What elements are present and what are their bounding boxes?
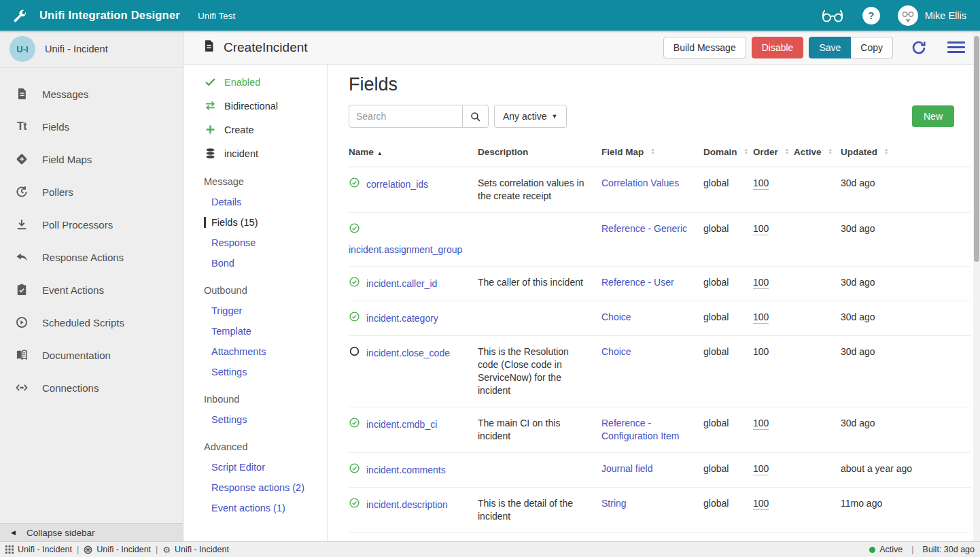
build-message-button[interactable]: Build Message xyxy=(663,37,746,58)
subnav-link[interactable]: Fields (15) xyxy=(204,217,327,228)
table-row: incident.comments Journal field global 1… xyxy=(349,453,970,488)
field-map-link[interactable]: Journal field xyxy=(601,463,653,474)
integration-header[interactable]: U-I Unifi - Incident xyxy=(0,31,183,68)
subnav-link[interactable]: Script Editor xyxy=(204,462,327,473)
connections-icon xyxy=(14,381,29,394)
subnav-link[interactable]: Trigger xyxy=(204,305,327,316)
wheel-icon xyxy=(84,545,92,554)
field-updated: 30d ago xyxy=(841,345,970,358)
sidebar-item-field-maps[interactable]: Field Maps xyxy=(0,143,183,175)
statusbar-tab-integration[interactable]: Unifi - Incident xyxy=(5,545,72,554)
status-table[interactable]: incident xyxy=(204,147,327,160)
field-order[interactable]: 100 xyxy=(753,311,769,324)
sidebar-item-messages[interactable]: Messages xyxy=(0,78,183,110)
scrollbar-track[interactable] xyxy=(973,31,980,541)
column-header[interactable]: Name xyxy=(349,147,478,157)
field-order[interactable]: 100 xyxy=(753,498,769,510)
inactive-circle-icon xyxy=(349,345,360,360)
active-filter-dropdown[interactable]: Any active ▼ xyxy=(494,105,567,128)
sidebar-item-response-actions[interactable]: Response Actions xyxy=(0,241,183,273)
sidebar-item-connections[interactable]: Connections xyxy=(0,371,183,404)
field-order[interactable]: 100 xyxy=(753,223,769,235)
sidebar-item-poll-processors[interactable]: Poll Processors xyxy=(0,208,183,241)
disable-button[interactable]: Disable xyxy=(752,37,804,58)
field-order[interactable]: 100 xyxy=(753,346,769,357)
subnav-link[interactable]: Template xyxy=(204,326,327,337)
status-enabled[interactable]: Enabled xyxy=(204,75,327,88)
status-bidirectional[interactable]: Bidirectional xyxy=(204,99,327,112)
field-order[interactable]: 100 xyxy=(753,178,769,190)
field-map-link[interactable]: Choice xyxy=(601,311,631,322)
field-domain: global xyxy=(703,276,753,289)
statusbar-tab-process[interactable]: Unifi - Incident xyxy=(84,545,151,554)
statusbar-tab-settings[interactable]: ⚙ Unifi - Incident xyxy=(162,545,229,554)
sidebar-item-label: Connections xyxy=(42,382,99,394)
column-header[interactable]: Active xyxy=(794,147,841,157)
pollers-icon xyxy=(14,185,29,199)
subnav-link[interactable]: Response actions (2) xyxy=(204,482,327,493)
user-menu[interactable]: Mike Ellis xyxy=(898,5,966,26)
sidebar-item-fields[interactable]: Tt Fields xyxy=(0,110,183,143)
help-icon[interactable]: ? xyxy=(862,7,880,24)
field-order[interactable]: 100 xyxy=(753,418,769,430)
gear-icon: ⚙ xyxy=(162,545,171,554)
column-header[interactable]: Field Map xyxy=(601,147,703,157)
glasses-icon[interactable] xyxy=(820,8,845,23)
refresh-icon[interactable] xyxy=(911,39,927,56)
column-header[interactable]: Updated xyxy=(841,147,970,157)
field-map-link[interactable]: Reference - Configuration Item xyxy=(601,418,679,441)
field-order[interactable]: 100 xyxy=(753,277,769,289)
table-row: incident.description This is the detail … xyxy=(349,488,970,533)
sidebar-item-pollers[interactable]: Pollers xyxy=(0,175,183,208)
sidebar-item-event-actions[interactable]: Event Actions xyxy=(0,273,183,306)
sidebar-item-documentation[interactable]: Documentation xyxy=(0,339,183,371)
save-button[interactable]: Save xyxy=(809,37,851,58)
app-title: Unifi Integration Designer xyxy=(39,9,180,22)
field-name-link[interactable]: incident.caller_id xyxy=(366,277,437,290)
new-button[interactable]: New xyxy=(912,105,954,127)
column-header-label: Field Map xyxy=(601,147,644,157)
subnav-link[interactable]: Attachments xyxy=(204,346,327,357)
field-map-link[interactable]: String xyxy=(601,498,627,509)
collapse-sidebar-button[interactable]: ◀ Collapse sidebar xyxy=(0,523,183,541)
sidebar-item-label: Scheduled Scripts xyxy=(42,317,124,328)
field-domain: global xyxy=(703,222,753,235)
column-header[interactable]: Description xyxy=(478,147,601,157)
field-name-link[interactable]: incident.assignment_group xyxy=(349,243,462,256)
environment-label[interactable]: Unifi Test xyxy=(198,11,235,21)
column-header[interactable]: Order xyxy=(753,147,794,157)
field-map-link[interactable]: Reference - User xyxy=(601,277,674,288)
subnav-link[interactable]: Bond xyxy=(204,258,327,269)
field-name-link[interactable]: correlation_ids xyxy=(366,178,428,191)
field-updated: 30d ago xyxy=(841,177,970,190)
search-button[interactable] xyxy=(463,105,489,128)
field-map-link[interactable]: Correlation Values xyxy=(601,178,679,188)
status-create[interactable]: Create xyxy=(204,123,327,136)
subnav-link[interactable]: Settings xyxy=(204,367,327,377)
subnav-link[interactable]: Response xyxy=(204,237,327,248)
sidebar-item-label: Field Maps xyxy=(42,154,92,165)
sort-icon xyxy=(650,147,654,157)
search-input[interactable] xyxy=(349,105,463,128)
event-actions-icon xyxy=(14,283,29,297)
field-name-link[interactable]: incident.description xyxy=(366,499,448,511)
column-header-label: Description xyxy=(478,147,528,157)
field-name-link[interactable]: incident.close_code xyxy=(366,347,450,360)
field-order[interactable]: 100 xyxy=(753,463,769,475)
field-name-link[interactable]: incident.cmdb_ci xyxy=(366,418,437,431)
subnav-link[interactable]: Details xyxy=(204,197,327,207)
scrollbar-thumb[interactable] xyxy=(974,36,979,262)
copy-button[interactable]: Copy xyxy=(851,37,893,58)
column-header[interactable]: Domain xyxy=(703,147,753,157)
field-map-link[interactable]: Choice xyxy=(601,346,631,357)
sort-icon xyxy=(828,147,833,157)
field-map-link[interactable]: Reference - Generic xyxy=(601,223,687,234)
subnav-link[interactable]: Settings xyxy=(204,414,327,425)
sidebar-item-scheduled-scripts[interactable]: Scheduled Scripts xyxy=(0,306,183,339)
field-name-link[interactable]: incident.comments xyxy=(366,464,446,477)
section-title: Advanced xyxy=(204,441,327,452)
field-name-link[interactable]: incident.category xyxy=(366,312,438,325)
menu-icon[interactable] xyxy=(947,41,965,53)
subnav-link[interactable]: Event actions (1) xyxy=(204,503,327,513)
sort-icon xyxy=(744,147,748,157)
